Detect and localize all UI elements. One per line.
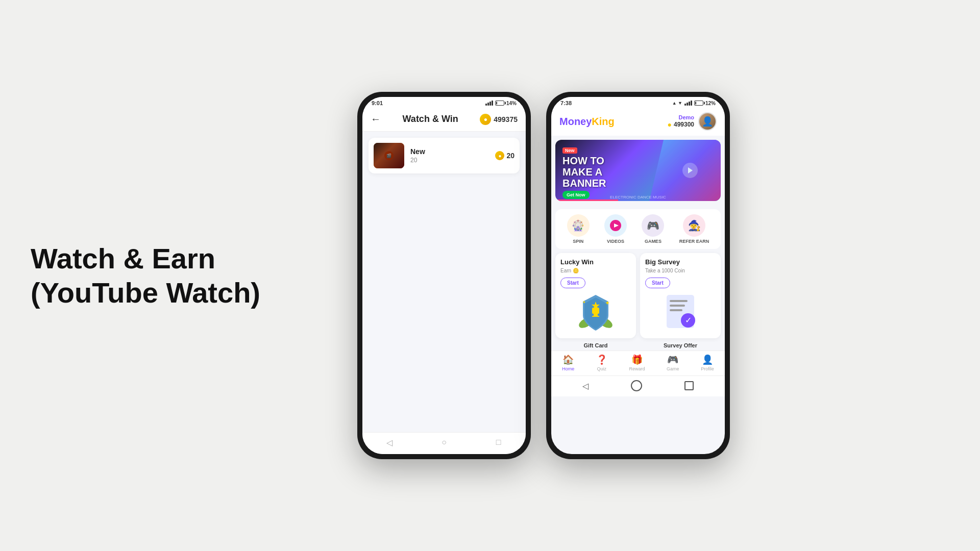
phone2-logo-money: Money — [559, 116, 592, 127]
phone1-nav-home[interactable]: ○ — [438, 437, 450, 448]
survey-svg: ✓ — [663, 292, 698, 333]
phone1-video-subtitle: 20 — [410, 157, 489, 164]
main-title: Watch & Earn (YouTube Watch) — [31, 241, 347, 310]
phone1-battery-pct: 14% — [506, 101, 517, 106]
phone2-coin-icon: ● — [667, 120, 671, 129]
phone1-app-header: ← Watch & Win ● 499375 — [362, 107, 526, 132]
phone2-play-button[interactable] — [682, 163, 698, 178]
phone2-avatar[interactable]: 👤 — [698, 112, 717, 131]
svg-text:✦: ✦ — [582, 300, 586, 305]
phone2-header-coins: ● 499300 — [667, 120, 694, 129]
phone2-lucky-win-desc-text: Earn — [560, 268, 571, 273]
phone2-nav-home-icon: 🏠 — [562, 354, 574, 365]
phone2-banner-sub-text: ELECTRONIC DANCE MUSIC — [610, 195, 666, 199]
trophy-svg: ✦ ✦ — [575, 292, 616, 333]
phone2-lucky-win-card: Lucky Win Earn 🪙 Start — [555, 253, 636, 338]
phone2-bottom-sections: Gift Card Survey Offer — [551, 342, 725, 350]
phone1-battery-icon — [495, 101, 504, 106]
phone2-banner-text: New HOW TO MAKE A BANNER Get Now — [562, 145, 606, 199]
phone1-status-bar: 9:01 14% — [362, 97, 526, 107]
phone1-nav-back[interactable]: ◁ — [384, 437, 395, 448]
phone2-big-survey-card: Big Survey Take a 1000 Coin Start — [640, 253, 721, 338]
phone2-banner-visual — [649, 140, 721, 201]
phone2-android-recent[interactable] — [684, 381, 694, 390]
phone1-video-thumb: 🎬 — [374, 143, 404, 168]
phone2-refer-icon-item[interactable]: 🧙 REFER EARN — [679, 214, 709, 244]
phone2-banner-progress-fill — [555, 199, 618, 201]
phone1-nav-recent[interactable]: □ — [493, 437, 504, 448]
phone2-logo-king: King — [592, 116, 614, 127]
phone1-back-button[interactable]: ← — [371, 113, 381, 125]
phone1-coin-display: ● 499375 — [480, 114, 518, 125]
phone1-reward-amount: 20 — [506, 152, 514, 160]
phone2-games-label: GAMES — [645, 239, 662, 244]
phone2-banner-how: HOW TO — [562, 155, 604, 166]
phone2-nav-reward[interactable]: 🎁 Reward — [629, 354, 645, 371]
phone2-header-right: Demo ● 499300 👤 — [667, 112, 717, 131]
phone2-coin-amount: 499300 — [674, 121, 694, 128]
videos-svg-icon — [609, 219, 622, 232]
phone2-spin-icon-item[interactable]: 🎡 SPIN — [567, 214, 590, 244]
phone2-nav-quiz[interactable]: ❓ Quiz — [596, 354, 607, 371]
phone2-refer-label: REFER EARN — [679, 239, 709, 244]
phone2-banner-new: New — [562, 147, 577, 154]
phone2-banner[interactable]: New HOW TO MAKE A BANNER Get Now — [555, 140, 721, 201]
phone1-screen: 9:01 14% ← Watch & Win — [362, 97, 526, 454]
phone2-status-bar: 7:38 ▲ ▼ 12% — [551, 97, 725, 107]
phone1-video-reward: ● 20 — [495, 151, 514, 160]
phone1-reward-coin-icon: ● — [495, 151, 504, 160]
left-panel: Watch & Earn (YouTube Watch) — [0, 241, 347, 310]
phone1-nav-home-icon: ○ — [438, 437, 450, 448]
phone1-coin-icon: ● — [480, 114, 491, 125]
phone2-nav-reward-icon: 🎁 — [631, 354, 643, 365]
phone2-android-back[interactable]: ◁ — [582, 381, 589, 391]
phone2-nav-quiz-icon: ❓ — [596, 354, 607, 365]
phone2-big-survey-desc: Take a 1000 Coin — [645, 268, 716, 273]
phone2-nav-reward-label: Reward — [629, 366, 645, 371]
phone2-banner-progress-bar — [555, 199, 721, 201]
phone2-time: 7:38 — [560, 100, 572, 106]
phone1: 9:01 14% ← Watch & Win — [357, 92, 531, 459]
phone2-lucky-win-title: Lucky Win — [560, 258, 631, 266]
svg-rect-6 — [594, 314, 598, 316]
svg-text:🎬: 🎬 — [386, 153, 391, 158]
phone2-lucky-win-coin: 🪙 — [573, 268, 579, 273]
phone2-survey-visual: ✓ — [645, 292, 716, 333]
phone2-lucky-win-desc: Earn 🪙 — [560, 268, 631, 273]
phone1-video-item[interactable]: 🎬 New 20 ● 20 — [369, 138, 520, 173]
phone1-nav-back-icon: ◁ — [384, 437, 395, 448]
svg-rect-13 — [670, 305, 685, 307]
phone1-coin-amount: 499375 — [494, 115, 518, 123]
phone2-get-now-btn[interactable]: Get Now — [562, 191, 590, 199]
phone2-nav-game[interactable]: 🎮 Game — [667, 354, 679, 371]
phones-container: 9:01 14% ← Watch & Win — [357, 92, 730, 459]
phone2-icons-row: 🎡 SPIN VIDEOS 🎮 GAMES — [555, 209, 721, 249]
phone2-user-info: Demo ● 499300 — [667, 114, 694, 129]
title-line1: Watch & Earn — [31, 242, 215, 274]
phone2-android-home[interactable] — [631, 380, 642, 391]
phone2-videos-icon-item[interactable]: VIDEOS — [604, 214, 627, 244]
phone2-big-survey-desc-text: Take a 1000 Coin — [645, 268, 685, 273]
phone2-screen: 7:38 ▲ ▼ 12% — [551, 97, 725, 454]
phone2-battery-icon — [694, 101, 703, 106]
phone2-nav-home-label: Home — [562, 366, 574, 371]
phone2-survey-offer-section: Survey Offer — [640, 342, 721, 348]
phone2-survey-offer-title: Survey Offer — [664, 342, 697, 348]
title-line2: (YouTube Watch) — [31, 277, 260, 309]
phone2-nav-quiz-label: Quiz — [597, 366, 607, 371]
phone1-battery-fill — [496, 102, 497, 105]
phone1-nav-recent-icon: □ — [493, 437, 504, 448]
phone2-big-survey-start[interactable]: Start — [645, 278, 670, 288]
phone2-logo: MoneyKing — [559, 116, 615, 128]
phone2-videos-icon — [604, 214, 627, 237]
phone2-nav-profile[interactable]: 👤 Profile — [701, 354, 714, 371]
phone2-lucky-win-start[interactable]: Start — [560, 278, 585, 288]
phone2-nav-home[interactable]: 🏠 Home — [562, 354, 574, 371]
phone2-nav-game-icon: 🎮 — [667, 354, 678, 365]
phone2-signal — [684, 101, 692, 106]
phone2-games-icon-item[interactable]: 🎮 GAMES — [642, 214, 664, 244]
phone2-gift-card-section: Gift Card — [555, 342, 636, 348]
phone2-nav-profile-label: Profile — [701, 366, 714, 371]
phone2-status-right: ▲ ▼ 12% — [672, 101, 716, 106]
svg-rect-5 — [592, 308, 599, 314]
